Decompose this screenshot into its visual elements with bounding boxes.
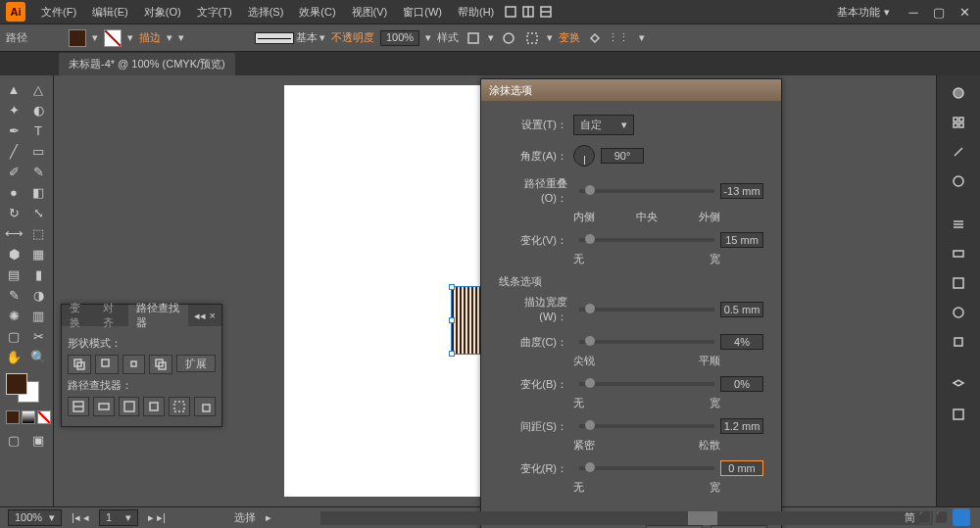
- ime-indicator[interactable]: 简 ⬛ ⬛: [905, 508, 970, 526]
- dialog-title[interactable]: 涂抹选项: [481, 79, 781, 101]
- scale-tool[interactable]: ⤡: [26, 203, 50, 222]
- menu-window[interactable]: 窗口(W): [395, 5, 450, 20]
- minus-front-button[interactable]: [95, 355, 119, 374]
- nav2-icon[interactable]: ▾: [633, 29, 651, 47]
- graphic-styles-panel-icon[interactable]: [947, 330, 970, 354]
- width-tool[interactable]: ⟷: [2, 223, 25, 243]
- free-transform-tool[interactable]: ⬚: [26, 223, 50, 243]
- menu-file[interactable]: 文件(F): [33, 5, 84, 20]
- stroke-width-value[interactable]: 0.5 mm: [720, 302, 763, 317]
- stroke-dropdown-icon[interactable]: ▾: [127, 31, 133, 44]
- angle-dial[interactable]: [573, 145, 595, 167]
- screen-mode[interactable]: ▢: [2, 430, 25, 450]
- curviness-value[interactable]: 4%: [720, 334, 763, 350]
- pencil-tool[interactable]: ✎: [26, 162, 50, 181]
- fill-swatch[interactable]: [69, 29, 86, 47]
- zoom-select[interactable]: 100%▾: [8, 509, 62, 526]
- symbol-tool[interactable]: ✺: [2, 306, 25, 325]
- pathfinder-panel[interactable]: 变换 对齐 路径查找器 ◂◂× 形状模式： 扩展 路径查找器：: [61, 304, 222, 427]
- angle-value[interactable]: 90°: [601, 148, 644, 164]
- menu-object[interactable]: 对象(O): [136, 5, 189, 20]
- brush-tool[interactable]: ✐: [2, 162, 25, 181]
- curviness-slider[interactable]: [579, 340, 714, 344]
- artboard-tool[interactable]: ▢: [2, 326, 25, 346]
- layout2-icon[interactable]: [519, 3, 537, 21]
- color-mode[interactable]: [6, 410, 20, 424]
- panel-collapse-icon[interactable]: ◂◂: [194, 310, 206, 322]
- panel-close-icon[interactable]: ×: [210, 310, 216, 322]
- stroke-panel-icon[interactable]: [947, 213, 970, 236]
- spacing-value[interactable]: 1.2 mm: [720, 418, 763, 434]
- hand-tool[interactable]: ✋: [2, 347, 25, 366]
- close-button[interactable]: ✕: [955, 5, 974, 20]
- direct-selection-tool[interactable]: △: [26, 79, 50, 99]
- spacing-slider[interactable]: [579, 424, 714, 428]
- eraser-tool[interactable]: ◧: [26, 182, 50, 202]
- shape-builder-tool[interactable]: ⬢: [2, 244, 25, 264]
- minus-back-button[interactable]: [194, 397, 216, 416]
- brushes-panel-icon[interactable]: [947, 140, 970, 164]
- menu-select[interactable]: 选择(S): [240, 5, 292, 20]
- handle-l[interactable]: [449, 317, 455, 323]
- artboard-nav-prev[interactable]: |◂ ◂: [72, 511, 89, 524]
- fill-dropdown-icon[interactable]: ▾: [92, 31, 98, 44]
- menu-edit[interactable]: 编辑(E): [84, 5, 136, 20]
- handle-bl[interactable]: [449, 351, 455, 357]
- overlap-slider[interactable]: [579, 189, 714, 193]
- swatches-panel-icon[interactable]: [947, 111, 970, 134]
- selection-tool[interactable]: ▲: [2, 79, 25, 99]
- scrollbar-thumb[interactable]: [688, 511, 717, 525]
- ime-icon[interactable]: [953, 508, 970, 526]
- handle-tl[interactable]: [449, 284, 455, 290]
- horizontal-scrollbar[interactable]: [320, 511, 933, 525]
- fill-stroke-swatches[interactable]: [2, 373, 41, 405]
- appearance-panel-icon[interactable]: [947, 301, 970, 324]
- align-tab[interactable]: 对齐: [95, 305, 128, 326]
- expand-button[interactable]: 扩展: [176, 355, 216, 372]
- symbols-panel-icon[interactable]: [947, 169, 970, 193]
- menu-help[interactable]: 帮助(H): [450, 5, 502, 20]
- pathfinder-tab[interactable]: 路径查找器: [128, 305, 188, 326]
- recolor-icon[interactable]: [500, 29, 517, 47]
- artboards-panel-icon[interactable]: [947, 403, 970, 426]
- workspace-switcher[interactable]: 基本功能 ▾: [829, 5, 898, 20]
- overlap-value[interactable]: -13 mm: [720, 183, 763, 199]
- gradient-tool[interactable]: ▮: [26, 264, 50, 284]
- isolate-icon[interactable]: [586, 29, 604, 47]
- layout-icon[interactable]: [502, 3, 519, 21]
- slice-tool[interactable]: ✂: [26, 326, 50, 346]
- rotate-tool[interactable]: ↻: [2, 203, 25, 222]
- unite-button[interactable]: [68, 355, 91, 374]
- align-icon[interactable]: [523, 29, 541, 47]
- gradient-panel-icon[interactable]: [947, 242, 970, 265]
- stroke-width-slider[interactable]: [579, 308, 714, 312]
- stroke-weight-dropdown[interactable]: ▾: [167, 31, 172, 44]
- stroke-profile[interactable]: 基本▾: [255, 30, 325, 45]
- gradient-mode[interactable]: [22, 410, 35, 424]
- divide-button[interactable]: [68, 397, 89, 416]
- nav-icon[interactable]: ⋮⋮: [610, 29, 627, 47]
- graph-tool[interactable]: ▥: [26, 306, 50, 325]
- menu-effect[interactable]: 效果(C): [291, 5, 343, 20]
- perspective-tool[interactable]: ▦: [26, 244, 50, 264]
- rectangle-tool[interactable]: ▭: [26, 141, 50, 161]
- layout3-icon[interactable]: [537, 3, 555, 21]
- blend-tool[interactable]: ◑: [26, 285, 50, 305]
- stroke-label[interactable]: 描边: [139, 30, 161, 45]
- none-mode[interactable]: [37, 410, 51, 424]
- artboard-nav-next[interactable]: ▸ ▸|: [148, 511, 166, 524]
- eyedropper-tool[interactable]: ✎: [2, 285, 25, 305]
- line-tool[interactable]: ╱: [2, 141, 25, 161]
- transparency-panel-icon[interactable]: [947, 271, 970, 295]
- stroke-swatch[interactable]: [104, 29, 122, 47]
- opacity-label[interactable]: 不透明度: [331, 30, 374, 45]
- layers-panel-icon[interactable]: [947, 373, 970, 397]
- exclude-button[interactable]: [149, 355, 172, 374]
- transform-tab[interactable]: 变换: [62, 305, 95, 326]
- magic-wand-tool[interactable]: ✦: [2, 100, 25, 120]
- blob-tool[interactable]: ●: [2, 182, 25, 202]
- intersect-button[interactable]: [122, 355, 146, 374]
- menu-type[interactable]: 文字(T): [189, 5, 240, 20]
- type-tool[interactable]: T: [26, 120, 50, 140]
- outline-button[interactable]: [169, 397, 190, 416]
